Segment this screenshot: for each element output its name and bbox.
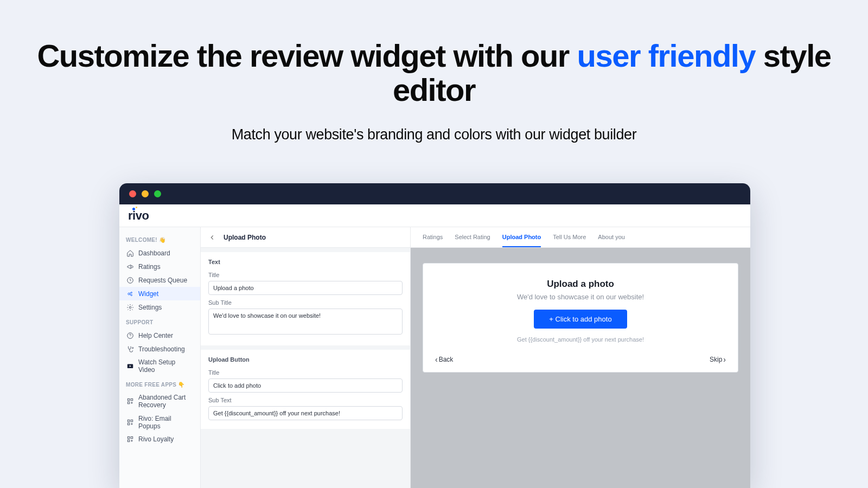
sidebar-heading-more: MORE FREE APPS 👇 [119, 376, 200, 391]
sidebar: WELCOME! 👋 Dashboard Ratings Requests Qu… [119, 227, 201, 488]
sidebar-item-troubleshooting[interactable]: Troubleshooting [119, 342, 200, 356]
svg-rect-16 [127, 440, 130, 442]
apps-icon [126, 435, 134, 444]
editor-section-upload-button: Upload Button Title Sub Text [201, 350, 410, 429]
tab-select-rating[interactable]: Select Rating [455, 234, 490, 241]
section-title: Text [208, 259, 403, 265]
widget-title: Upload a photo [435, 279, 726, 290]
sidebar-label: Abandoned Cart Recovery [138, 394, 194, 409]
sidebar-label: Ratings [138, 263, 161, 271]
back-icon[interactable] [208, 234, 216, 241]
sidebar-item-loyalty[interactable]: Rivo Loyalty [119, 433, 200, 446]
svg-rect-15 [131, 437, 133, 439]
widget-back-label: Back [439, 356, 454, 363]
home-icon [126, 249, 134, 257]
tab-ratings[interactable]: Ratings [423, 234, 443, 241]
close-icon[interactable] [129, 190, 136, 197]
title-input[interactable] [208, 281, 403, 295]
hero-headline: Customize the review widget with our use… [0, 39, 868, 107]
sidebar-item-help-center[interactable]: Help Center [119, 329, 200, 342]
tab-about-you[interactable]: About you [598, 234, 625, 241]
sidebar-label: Rivo Loyalty [138, 435, 174, 443]
svg-rect-8 [127, 399, 130, 401]
subtitle-textarea[interactable]: We'd love to showcase it on our website! [208, 309, 403, 335]
headline-highlight: user friendly [577, 38, 756, 73]
sidebar-label: Requests Queue [138, 277, 187, 284]
svg-rect-11 [127, 420, 130, 422]
app-window: rivo WELCOME! 👋 Dashboard Ratings Reques… [119, 183, 750, 488]
svg-rect-10 [127, 402, 130, 404]
chevron-right-icon: › [723, 356, 726, 363]
svg-point-4 [129, 306, 131, 309]
tab-upload-photo[interactable]: Upload Photo [502, 234, 541, 241]
editor-panel: Upload Photo Text Title Sub Title We'd l… [201, 227, 411, 488]
widget-footnote: Get {{discount_amount}} off your next pu… [435, 336, 726, 343]
sidebar-heading-support: SUPPORT [119, 314, 200, 329]
megaphone-icon [126, 262, 134, 271]
sidebar-label: Help Center [138, 332, 173, 339]
field-label: Sub Text [208, 397, 403, 403]
sidebar-item-abandoned-cart[interactable]: Abandoned Cart Recovery [119, 391, 200, 412]
sidebar-item-requests-queue[interactable]: Requests Queue [119, 273, 200, 287]
apps-icon [126, 397, 134, 406]
widget-back-button[interactable]: ‹Back [435, 356, 453, 363]
sidebar-label: Rivo: Email Popups [138, 415, 194, 430]
upload-photo-button[interactable]: + Click to add photo [534, 310, 627, 329]
svg-point-3 [131, 294, 132, 296]
widget-skip-button[interactable]: Skip› [710, 356, 726, 363]
widget-icon [126, 290, 134, 298]
editor-header: Upload Photo [201, 227, 410, 248]
chevron-left-icon: ‹ [435, 356, 438, 363]
sidebar-item-settings[interactable]: Settings [119, 300, 200, 314]
clock-icon [126, 276, 134, 284]
svg-rect-9 [131, 399, 133, 401]
svg-point-1 [127, 293, 130, 295]
stethoscope-icon [126, 345, 134, 353]
svg-rect-12 [131, 420, 133, 422]
sidebar-item-watch-setup-video[interactable]: Watch Setup Video [119, 356, 200, 376]
editor-section-text: Text Title Sub Title We'd love to showca… [201, 252, 410, 345]
sidebar-label: Widget [138, 290, 158, 298]
minimize-icon[interactable] [142, 190, 149, 197]
widget-subtitle: We'd love to showcase it on our website! [435, 293, 726, 301]
hero-subhead: Match your website's branding and colors… [0, 126, 868, 143]
widget-nav: ‹Back Skip› [435, 356, 726, 363]
sidebar-heading-welcome: WELCOME! 👋 [119, 232, 200, 246]
svg-point-2 [131, 292, 132, 293]
svg-rect-13 [127, 423, 130, 425]
widget-skip-label: Skip [710, 356, 722, 363]
editor-title: Upload Photo [224, 234, 266, 241]
svg-point-6 [132, 347, 133, 348]
sidebar-item-widget[interactable]: Widget [119, 287, 200, 300]
button-subtext-input[interactable] [208, 406, 403, 420]
sidebar-label: Troubleshooting [138, 345, 185, 353]
maximize-icon[interactable] [154, 190, 161, 197]
help-icon [126, 331, 134, 339]
section-title: Upload Button [208, 356, 403, 363]
sidebar-item-email-popups[interactable]: Rivo: Email Popups [119, 412, 200, 433]
sidebar-label: Dashboard [138, 249, 170, 257]
gear-icon [126, 303, 134, 311]
headline-pre: Customize the review widget with our [37, 38, 577, 73]
preview-panel: Ratings Select Rating Upload Photo Tell … [411, 227, 750, 488]
preview-tabs: Ratings Select Rating Upload Photo Tell … [411, 227, 750, 248]
sidebar-item-dashboard[interactable]: Dashboard [119, 246, 200, 260]
sidebar-label: Watch Setup Video [138, 358, 194, 374]
sidebar-label: Settings [138, 304, 162, 311]
button-title-input[interactable] [208, 378, 403, 393]
brand-logo: rivo [128, 209, 149, 223]
video-icon [126, 362, 134, 370]
brand-bar: rivo [119, 204, 750, 227]
field-label: Title [208, 369, 403, 376]
window-titlebar [119, 183, 750, 204]
apps-icon [126, 418, 134, 426]
svg-rect-14 [127, 437, 130, 439]
field-label: Title [208, 272, 403, 278]
tab-tell-us-more[interactable]: Tell Us More [553, 234, 586, 241]
field-label: Sub Title [208, 299, 403, 306]
sidebar-item-ratings[interactable]: Ratings [119, 260, 200, 273]
widget-preview: Upload a photo We'd love to showcase it … [423, 263, 738, 373]
preview-canvas: Upload a photo We'd love to showcase it … [411, 248, 750, 488]
